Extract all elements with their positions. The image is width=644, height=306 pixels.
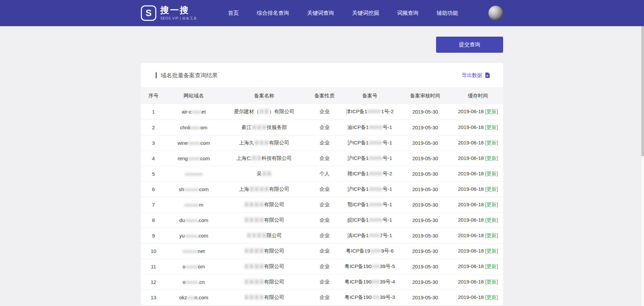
nav-menu: 首页综合排名查询关键词查询关键词挖掘词频查询辅助功能 [228,10,458,17]
nav-item-keyword-query[interactable]: 关键词查询 [307,10,334,17]
cell-review-date: 2019-05-30 [397,228,453,243]
table-row: 2chnlixxxxom綦江某某某技服务部企业渝ICP备100000号-1201… [141,120,503,135]
text: 渝ICP备1 [347,124,369,130]
cell-record-name: 某某某某有限公司 [221,290,307,305]
column-header: 网站域名 [166,87,221,104]
cell-record-name: 某某某某有限公司 [221,197,307,212]
update-link[interactable]: [更新] [485,124,498,130]
redacted-text: 某某 [262,171,272,176]
cell-index: 1 [141,104,166,120]
text: 粤ICP备190 [344,263,371,269]
cell-icp-number: 粤ICP备19000039号-4 [342,274,397,290]
table-row: 1air-cxxxxet爱尔建材（某某）有限公司企业津ICP备1000001号-… [141,104,503,120]
redacted-text: xxxxx [188,140,201,146]
text: 39号-5 [380,263,395,269]
text: com [200,156,210,161]
cell-icp-number: 沪ICP备100000号-1 [342,181,397,197]
text: o [182,264,185,269]
text: om [198,264,205,269]
update-link[interactable]: [更新] [485,108,498,114]
cell-icp-number: 粤ICP备19000039号-3 [342,290,397,305]
text: 技服务部 [267,124,287,130]
update-link[interactable]: [更新] [485,202,498,207]
update-link[interactable]: [更新] [485,248,498,254]
nav-item-keyword-mining[interactable]: 关键词挖掘 [352,10,379,17]
text: 有限公司 [264,217,284,223]
text: sh [179,186,184,192]
nav-item-auxiliary-functions[interactable]: 辅助功能 [437,10,458,17]
text: .cn [198,279,205,285]
result-card-title: 域名批量备案查询结果 [156,72,218,79]
update-link[interactable]: [更新] [485,186,498,192]
cell-record-type: 企业 [307,290,342,305]
text: 上海仁 [236,155,252,161]
update-link[interactable]: [更新] [485,140,498,145]
cell-record-type: 企业 [307,150,342,166]
submit-query-button[interactable]: 提交查询 [436,37,503,53]
cell-index: 7 [141,197,166,212]
table-row: 11oxxxxxom某某某某有限公司企业粤ICP备19000039号-52019… [141,259,503,274]
navbar-inner: S 搜一搜 SEOS.VIP | 站长工具 首页综合排名查询关键词查询关键词挖掘… [141,0,503,26]
text: 有限公司 [264,263,284,269]
scrollbar-track[interactable] [641,26,644,306]
cell-review-date: 2019-05-30 [397,166,453,181]
text: 号-1 [383,124,392,130]
update-link[interactable]: [更新] [485,232,498,238]
update-link[interactable]: [更新] [485,171,498,176]
text: 9号-6 [381,248,394,254]
redacted-text: 某某某某 [244,248,264,254]
redacted-text: 某某 [259,108,269,114]
column-header: 备案审核时间 [397,87,453,104]
update-link[interactable]: [更新] [485,155,498,161]
user-avatar[interactable] [488,6,503,20]
cell-cache-date: 2019-06-18 [更新] [453,243,503,259]
cell-review-date: 2019-05-30 [397,104,453,120]
cell-record-type: 企业 [307,197,342,212]
text: 有限公司 [269,186,289,192]
text: 沪ICP备1 [347,186,369,192]
table-row: 5xxxxxxx吴某某个人赣ICP备100000号-22019-05-30201… [141,166,503,181]
cell-index: 4 [141,150,166,166]
cell-record-type: 企业 [307,212,342,228]
text: 粤ICP备190 [344,294,371,300]
site-logo[interactable]: S 搜一搜 SEOS.VIP | 站长工具 [141,5,197,21]
text: 粤ICP备19 [346,248,370,254]
redacted-text: 00000 [369,140,383,145]
cell-record-type: 个人 [307,166,342,181]
cell-record-name: 某某某某有限公司 [221,212,307,228]
cell-review-date: 2019-05-30 [397,150,453,166]
cell-domain: yuxxxxx.com [166,228,221,243]
cell-record-type: 企业 [307,274,342,290]
column-header: 备案名称 [221,87,307,104]
scrollbar-thumb[interactable] [641,26,644,156]
text: reng [178,156,188,161]
text: 号-1 [383,140,392,145]
cell-record-name: 上海久某某某有限公司 [221,135,307,150]
text: 1号-2 [381,108,394,114]
table-row: 6shxxxxxxcom上海某某某某有限公司企业沪ICP备100000号-120… [141,181,503,197]
text: 有限公司 [264,202,284,207]
update-link[interactable]: [更新] [485,294,498,300]
update-link[interactable]: [更新] [485,263,498,269]
cell-icp-number: 鄂ICP备100000号-1 [342,197,397,212]
update-link[interactable]: [更新] [485,217,498,223]
cell-domain: air-cxxxxet [166,104,221,120]
cell-record-name: 某某某某有限公司 [221,259,307,274]
export-data-link[interactable]: 导出数据 X [462,72,490,79]
nav-item-word-frequency-query[interactable]: 词频查询 [397,10,419,17]
redacted-text: xxxxxx [184,186,199,192]
nav-item-home[interactable]: 首页 [228,10,239,17]
text: 滇ICP备1 [347,232,369,238]
update-link[interactable]: [更新] [485,279,498,285]
text: 綦江 [241,124,252,130]
column-header: 备案性质 [307,87,342,104]
cell-record-type: 企业 [307,228,342,243]
cell-index: 5 [141,166,166,181]
column-header: 缓存时间 [453,87,503,104]
redacted-text: xxxxx [185,279,198,285]
result-card-header: 域名批量备案查询结果 导出数据 X [141,63,503,87]
redacted-text: 00000 [367,108,381,114]
cell-cache-date: 2019-06-18 [更新] [453,212,503,228]
cell-record-type: 企业 [307,259,342,274]
nav-item-comprehensive-rank-query[interactable]: 综合排名查询 [257,10,289,17]
